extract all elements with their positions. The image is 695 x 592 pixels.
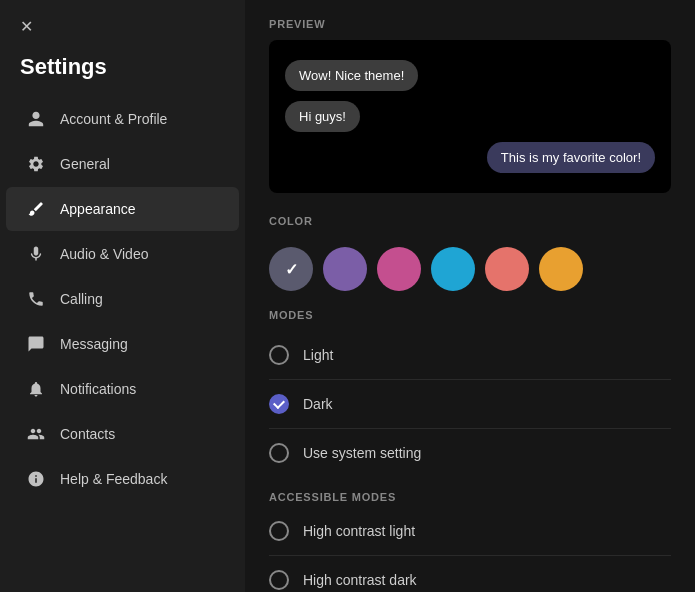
- sidebar-item-label: General: [60, 156, 110, 172]
- mode-dark[interactable]: Dark: [269, 380, 671, 429]
- person-icon: [26, 109, 46, 129]
- main-content: PREVIEW Wow! Nice theme! Hi guys! This i…: [245, 0, 695, 592]
- people-icon: [26, 424, 46, 444]
- sidebar-item-messaging[interactable]: Messaging: [6, 322, 239, 366]
- sidebar-item-label: Messaging: [60, 336, 128, 352]
- sidebar-item-help[interactable]: Help & Feedback: [6, 457, 239, 501]
- chat-bubble-sent: This is my favorite color!: [487, 142, 655, 173]
- color-swatch-blue[interactable]: [431, 247, 475, 291]
- info-icon: [26, 469, 46, 489]
- radio-hcl: [269, 521, 289, 541]
- sidebar-item-label: Help & Feedback: [60, 471, 167, 487]
- accessible-mode-hcd[interactable]: High contrast dark: [269, 556, 671, 592]
- phone-icon: [26, 289, 46, 309]
- color-swatch-purple[interactable]: [323, 247, 367, 291]
- nav-list: Account & Profile General Appearance Aud…: [0, 96, 245, 502]
- mode-label-dark: Dark: [303, 396, 333, 412]
- mode-light[interactable]: Light: [269, 331, 671, 380]
- sidebar-item-calling[interactable]: Calling: [6, 277, 239, 321]
- sidebar-item-label: Appearance: [60, 201, 136, 217]
- sidebar-item-label: Account & Profile: [60, 111, 167, 127]
- accessible-mode-label-hcd: High contrast dark: [303, 572, 417, 588]
- sidebar-item-label: Calling: [60, 291, 103, 307]
- color-swatch-orange[interactable]: [539, 247, 583, 291]
- sidebar: ✕ Settings Account & Profile General App…: [0, 0, 245, 592]
- swatch-check: ✓: [285, 260, 298, 279]
- sidebar-item-account[interactable]: Account & Profile: [6, 97, 239, 141]
- sidebar-item-label: Notifications: [60, 381, 136, 397]
- preview-label: PREVIEW: [269, 0, 671, 40]
- settings-title: Settings: [0, 42, 245, 96]
- color-label: COLOR: [269, 197, 671, 237]
- close-button[interactable]: ✕: [10, 10, 42, 42]
- accessible-mode-label-hcl: High contrast light: [303, 523, 415, 539]
- sidebar-item-label: Audio & Video: [60, 246, 148, 262]
- mode-label-light: Light: [303, 347, 333, 363]
- gear-icon: [26, 154, 46, 174]
- sidebar-item-contacts[interactable]: Contacts: [6, 412, 239, 456]
- radio-system: [269, 443, 289, 463]
- sidebar-item-appearance[interactable]: Appearance: [6, 187, 239, 231]
- bubble-row-3: This is my favorite color!: [285, 142, 655, 173]
- sidebar-item-audio[interactable]: Audio & Video: [6, 232, 239, 276]
- modes-container: Light Dark Use system setting: [269, 331, 671, 477]
- chat-bubble-1: Wow! Nice theme!: [285, 60, 418, 91]
- chat-bubble-2: Hi guys!: [285, 101, 360, 132]
- message-icon: [26, 334, 46, 354]
- mic-icon: [26, 244, 46, 264]
- color-swatch-salmon[interactable]: [485, 247, 529, 291]
- sidebar-item-label: Contacts: [60, 426, 115, 442]
- accessible-modes-container: High contrast light High contrast dark: [269, 507, 671, 592]
- mode-label-system: Use system setting: [303, 445, 421, 461]
- radio-dark: [269, 394, 289, 414]
- modes-label: MODES: [269, 291, 671, 331]
- color-swatch-pink[interactable]: [377, 247, 421, 291]
- accessible-mode-hcl[interactable]: High contrast light: [269, 507, 671, 556]
- color-swatches: ✓: [269, 247, 671, 291]
- sidebar-item-notifications[interactable]: Notifications: [6, 367, 239, 411]
- bubble-row-2: Hi guys!: [285, 101, 655, 132]
- preview-box: Wow! Nice theme! Hi guys! This is my fav…: [269, 40, 671, 193]
- bubble-row-1: Wow! Nice theme!: [285, 60, 655, 91]
- radio-light: [269, 345, 289, 365]
- mode-system[interactable]: Use system setting: [269, 429, 671, 477]
- color-swatch-grey[interactable]: ✓: [269, 247, 313, 291]
- sidebar-item-general[interactable]: General: [6, 142, 239, 186]
- radio-hcd: [269, 570, 289, 590]
- accessible-label: ACCESSIBLE MODES: [269, 477, 671, 507]
- bell-icon: [26, 379, 46, 399]
- close-icon: ✕: [20, 17, 33, 36]
- brush-icon: [26, 199, 46, 219]
